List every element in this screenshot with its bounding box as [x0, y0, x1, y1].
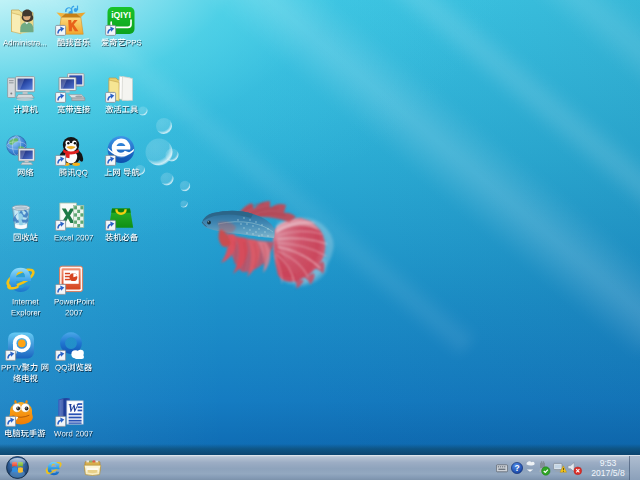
- svg-text:iQIYI: iQIYI: [111, 10, 131, 20]
- svg-text:?: ?: [514, 463, 519, 473]
